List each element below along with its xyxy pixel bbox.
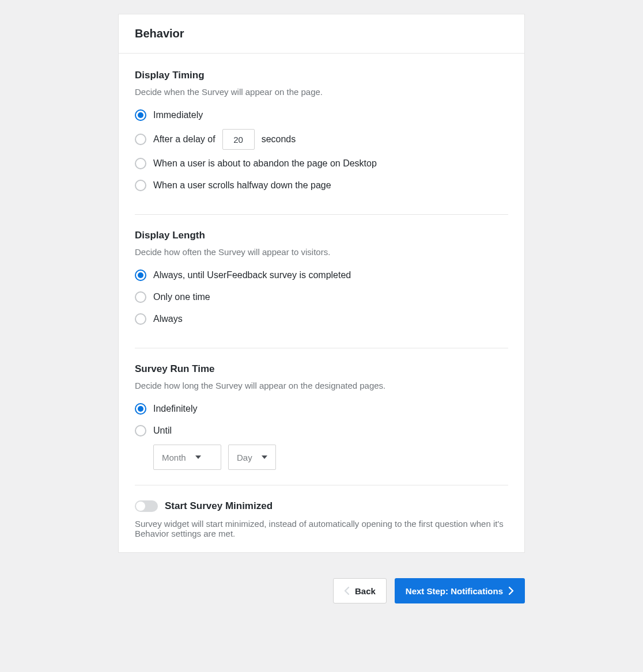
radio-label: When a user scrolls halfway down the pag…	[153, 180, 331, 191]
behavior-card: Behavior Display Timing Decide when the …	[118, 14, 525, 553]
section-display-length: Display Length Decide how often the Surv…	[135, 230, 508, 348]
month-dropdown-label: Month	[162, 453, 186, 462]
radio-icon	[135, 180, 146, 191]
section-desc: Decide how long the Survey will appear o…	[135, 381, 508, 390]
radio-icon	[135, 134, 146, 145]
timing-option-delay[interactable]: After a delay of seconds	[135, 129, 508, 150]
radio-label: Immediately	[153, 110, 203, 120]
radio-label: Always, until UserFeedback survey is com…	[153, 270, 351, 280]
timing-option-scroll[interactable]: When a user scrolls halfway down the pag…	[135, 177, 508, 193]
radio-icon	[135, 158, 146, 169]
radio-icon	[135, 313, 146, 325]
back-button-label: Back	[355, 586, 376, 596]
section-run-time: Survey Run Time Decide how long the Surv…	[135, 363, 508, 485]
back-button[interactable]: Back	[333, 578, 387, 603]
timing-option-immediately[interactable]: Immediately	[135, 107, 508, 123]
length-option-once[interactable]: Only one time	[135, 289, 508, 305]
section-start-minimized: Start Survey Minimized Survey widget wil…	[135, 500, 508, 538]
next-button[interactable]: Next Step: Notifications	[395, 578, 525, 603]
until-date-selectors: Month Day	[153, 445, 508, 470]
radio-label-group: After a delay of seconds	[153, 129, 296, 150]
minimized-toggle[interactable]	[135, 500, 158, 512]
radio-icon	[135, 269, 146, 281]
footer-nav: Back Next Step: Notifications	[118, 578, 525, 603]
radio-icon	[135, 425, 146, 436]
section-title: Display Timing	[135, 70, 508, 81]
section-title: Display Length	[135, 230, 508, 241]
radio-icon	[135, 403, 146, 415]
minimized-title: Start Survey Minimized	[165, 500, 273, 512]
chevron-right-icon	[509, 587, 514, 595]
delay-suffix: seconds	[262, 134, 296, 145]
length-option-always[interactable]: Always	[135, 311, 508, 327]
radio-label: Until	[153, 426, 172, 436]
delay-seconds-input[interactable]	[222, 129, 255, 150]
chevron-left-icon	[344, 587, 349, 595]
delay-prefix: After a delay of	[153, 134, 215, 145]
runtime-option-until[interactable]: Until	[135, 423, 508, 439]
section-desc: Decide how often the Survey will appear …	[135, 247, 508, 257]
radio-label: Indefinitely	[153, 404, 198, 414]
timing-option-abandon[interactable]: When a user is about to abandon the page…	[135, 155, 508, 172]
card-body: Display Timing Decide when the Survey wi…	[119, 54, 524, 552]
card-title: Behavior	[135, 27, 508, 40]
section-display-timing: Display Timing Decide when the Survey wi…	[135, 70, 508, 215]
minimized-desc: Survey widget will start minimized, inst…	[135, 519, 508, 538]
section-title: Survey Run Time	[135, 363, 508, 375]
chevron-down-icon	[262, 455, 267, 459]
radio-label: Only one time	[153, 292, 210, 302]
day-dropdown-label: Day	[237, 453, 252, 462]
minimized-toggle-row: Start Survey Minimized	[135, 500, 508, 512]
radio-icon	[135, 109, 146, 121]
chevron-down-icon	[195, 455, 201, 459]
runtime-option-indefinitely[interactable]: Indefinitely	[135, 401, 508, 417]
radio-icon	[135, 291, 146, 303]
card-header: Behavior	[119, 14, 524, 54]
radio-label: Always	[153, 314, 183, 324]
radio-label: When a user is about to abandon the page…	[153, 158, 377, 169]
length-option-until-complete[interactable]: Always, until UserFeedback survey is com…	[135, 267, 508, 283]
next-button-label: Next Step: Notifications	[406, 586, 503, 596]
month-dropdown[interactable]: Month	[153, 445, 221, 470]
day-dropdown[interactable]: Day	[228, 445, 276, 470]
section-desc: Decide when the Survey will appear on th…	[135, 87, 508, 97]
